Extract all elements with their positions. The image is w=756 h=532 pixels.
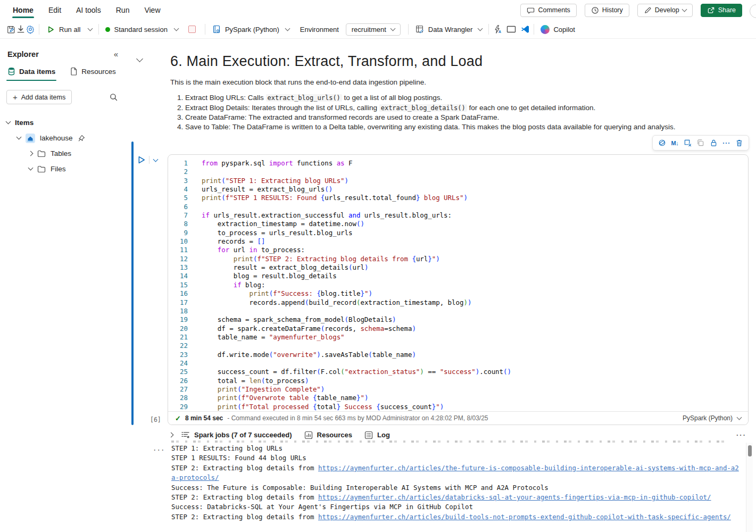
tree-item-tables[interactable]: Tables	[0, 146, 128, 161]
tab-log[interactable]: Log	[364, 431, 390, 439]
line-number: 17	[168, 298, 188, 307]
output-scrollbar[interactable]	[746, 443, 753, 532]
menu-tab-run[interactable]: Run	[109, 1, 137, 20]
line-number: 29	[168, 403, 188, 411]
menu-tab-view[interactable]: View	[137, 1, 168, 20]
tree-item-items[interactable]: Items	[0, 115, 128, 130]
collapse-double-chevron-icon[interactable]: «	[114, 49, 118, 59]
lock-icon[interactable]	[709, 139, 718, 147]
tree-item-lakehouse[interactable]: lakehouse	[0, 130, 128, 146]
line-number: 22	[168, 342, 188, 350]
menu-tab-edit[interactable]: Edit	[41, 1, 69, 20]
line-number: 1	[168, 159, 188, 168]
duplicate-icon[interactable]	[696, 139, 705, 147]
line-number: 28	[168, 394, 188, 402]
more-icon[interactable]: ···	[736, 431, 746, 439]
execution-count: [6]	[150, 416, 161, 423]
folder-icon	[37, 150, 46, 157]
session-status-dot	[105, 27, 110, 32]
tab-resources[interactable]: Resources	[70, 67, 116, 81]
session-dropdown[interactable]: Standard session	[103, 26, 180, 34]
chevron-right-icon[interactable]	[169, 433, 174, 438]
markdown-intro: This is the main execution block that ru…	[170, 78, 426, 86]
database-icon	[7, 67, 15, 76]
chevron-right-icon	[28, 151, 34, 156]
tab-resources[interactable]: Resources	[304, 431, 352, 439]
output-line: STEP 2: Extracting blog details from htt…	[171, 512, 742, 522]
run-options-chevron-icon[interactable]	[153, 157, 159, 162]
environment-select[interactable]: recruitment	[346, 23, 401, 36]
pin-icon[interactable]	[78, 135, 85, 142]
code-line	[202, 307, 511, 315]
tab-resources-label: Resources	[81, 68, 116, 76]
svg-text:A: A	[499, 30, 501, 34]
scrollbar-thumb[interactable]	[748, 445, 752, 456]
line-number: 4	[168, 185, 188, 194]
code-line: df.write.mode("overwrite").saveAsTable(t…	[202, 351, 511, 359]
share-button[interactable]: Share	[701, 4, 742, 17]
share-icon	[707, 6, 715, 14]
copilot-button[interactable]: Copilot	[538, 25, 577, 34]
code-line: records.append(build_record(extraction_t…	[202, 298, 511, 307]
add-data-items-button[interactable]: + Add data items	[6, 90, 72, 104]
clear-output-icon[interactable]	[684, 139, 692, 147]
output-link[interactable]: https://aymenfurter.ch/articles/build-to…	[318, 513, 731, 521]
run-cell-button[interactable]	[136, 155, 146, 165]
menu-tab-ai-tools[interactable]: AI tools	[69, 1, 109, 20]
code-line: from pyspark.sql import functions as F	[202, 159, 511, 168]
history-button[interactable]: History	[585, 4, 629, 17]
comments-button[interactable]: Comments	[520, 4, 576, 17]
code-line: print("STEP 1: Extracting blog URLs")	[202, 177, 511, 185]
tab-data-items[interactable]: Data items	[7, 67, 55, 81]
line-number: 15	[168, 281, 188, 289]
output-link[interactable]: https://aymenfurter.ch/articles/databric…	[318, 493, 711, 501]
line-number: 14	[168, 272, 188, 280]
output-line: STEP 1: Extracting blog URLs	[171, 444, 742, 453]
code-line: total = len(to_process)	[202, 377, 511, 385]
vscode-icon[interactable]	[520, 24, 530, 34]
stop-session-button[interactable]	[188, 26, 196, 33]
menu-tab-home[interactable]: Home	[5, 1, 41, 20]
cell-kernel-label: PySpark (Python)	[683, 414, 733, 422]
md-list-item: 2. Extract Blog Details: Iterates throug…	[177, 103, 676, 113]
data-wrangler-button[interactable]: Data Wrangler	[412, 24, 485, 34]
output-line: Success: Databricks-SQL at Your Agent's …	[171, 502, 742, 512]
copilot-cell-icon[interactable]	[658, 139, 666, 147]
tab-spark-jobs[interactable]: Spark jobs (7 of 7 succeeded)	[181, 431, 292, 439]
more-icon[interactable]: ···	[722, 139, 731, 147]
environment-button[interactable]: Environment	[297, 26, 342, 34]
menu-bar: HomeEditAI toolsRunView Comments History…	[0, 0, 756, 20]
toolbar: Run all Standard session PySpark (Python…	[0, 20, 756, 39]
code-line: print(f"STEP 2: Extracting blog details …	[202, 255, 511, 263]
tree-item-files[interactable]: Files	[0, 161, 128, 177]
play-icon	[46, 24, 55, 34]
kernel-dropdown[interactable]: PySpark (Python)	[209, 24, 292, 34]
lightning-a-icon[interactable]: A	[493, 24, 502, 34]
resources-chart-icon	[304, 431, 313, 439]
code-line: print(f"Overwrote table {table_name}")	[202, 394, 511, 402]
divider	[488, 24, 489, 35]
download-icon[interactable]	[16, 24, 26, 34]
save-icon[interactable]	[6, 24, 16, 34]
run-all-button[interactable]: Run all	[43, 24, 95, 34]
search-icon[interactable]	[109, 93, 118, 102]
output-line: Success: The Future is Composable: Build…	[171, 483, 742, 493]
output-console: STEP 1: Extracting blog URLsSTEP 1 RESUL…	[171, 444, 742, 532]
markdown-collapse-chevron-icon[interactable]	[136, 55, 143, 62]
markdown-convert-icon[interactable]: M↓	[670, 139, 679, 147]
md-list-item: 1. Extract Blog URLs: Calls extract_blog…	[177, 93, 676, 103]
spark-jobs-icon	[181, 431, 190, 439]
develop-button[interactable]: Develop	[637, 4, 693, 17]
frame-icon[interactable]	[506, 24, 516, 34]
delete-icon[interactable]	[735, 139, 744, 147]
line-number: 18	[168, 307, 188, 315]
code-line: records = []	[202, 237, 511, 246]
gear-icon[interactable]	[26, 24, 35, 34]
cell-kernel-selector[interactable]: PySpark (Python)	[683, 414, 741, 422]
explorer-panel: Explorer « Data items Resources + Add da…	[0, 39, 128, 532]
line-number: 19	[168, 315, 188, 324]
line-number: 7	[168, 211, 188, 220]
spark-jobs-label: Spark jobs (7 of 7 succeeded)	[194, 431, 292, 439]
output-expand-ellipsis[interactable]: ...	[153, 444, 164, 452]
code-editor[interactable]: 1234567891011121314151617181920212223242…	[168, 155, 748, 411]
